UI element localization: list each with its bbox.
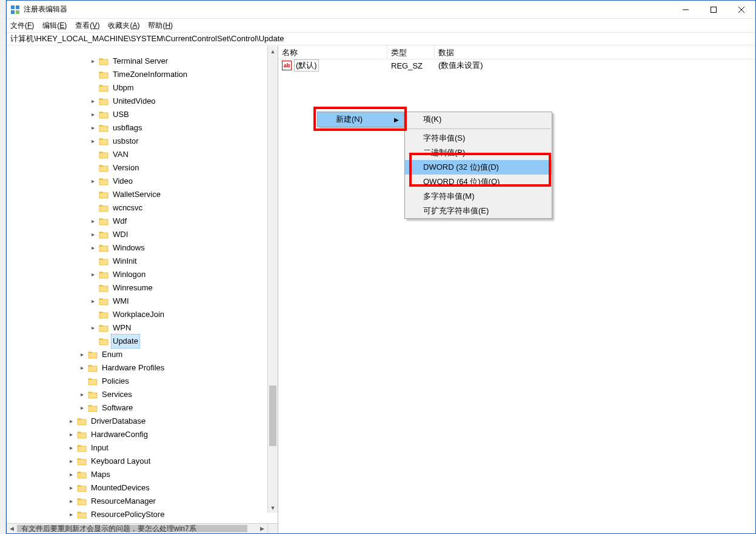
- tree-node[interactable]: ▸UnitedVideo: [31, 95, 278, 108]
- chevron-right-icon[interactable]: ▸: [88, 268, 98, 281]
- tree-node[interactable]: ▸ResourcePolicyStore: [31, 508, 278, 521]
- tree-node[interactable]: ▸Wdf: [31, 215, 278, 228]
- tree-node[interactable]: ▸Services: [31, 388, 278, 401]
- tree-node[interactable]: ▸usbstor: [31, 135, 278, 148]
- folder-icon: [99, 110, 109, 119]
- window-controls: [672, 1, 755, 18]
- column-data[interactable]: 数据: [435, 46, 755, 59]
- tree-node[interactable]: ▸Winresume: [31, 281, 278, 295]
- tree-node[interactable]: ▸Software: [31, 401, 278, 415]
- tree-node[interactable]: ▸HardwareConfig: [31, 428, 278, 441]
- submenu-dword[interactable]: DWORD (32 位)值(D): [405, 160, 552, 175]
- chevron-right-icon[interactable]: ▸: [88, 135, 98, 148]
- folder-icon: [99, 150, 109, 159]
- scrollbar-thumb[interactable]: [269, 385, 276, 446]
- tree-node[interactable]: ▸Keyboard Layout: [31, 455, 278, 468]
- scroll-left-icon[interactable]: ◀: [7, 524, 17, 533]
- scroll-down-icon[interactable]: ▼: [268, 502, 278, 513]
- menu-view[interactable]: 查看(V): [75, 21, 99, 31]
- tree-node[interactable]: ▸WinInit: [31, 255, 278, 268]
- context-menu-new[interactable]: 新建(N) ▶: [318, 112, 404, 127]
- tree-node[interactable]: ▸WorkplaceJoin: [31, 308, 278, 321]
- svg-rect-3: [16, 10, 19, 14]
- chevron-right-icon[interactable]: ▸: [77, 348, 87, 361]
- chevron-right-icon[interactable]: ▸: [66, 508, 76, 521]
- submenu-expandstring[interactable]: 可扩充字符串值(E): [405, 204, 552, 218]
- chevron-right-icon[interactable]: ▸: [66, 428, 76, 441]
- tree-node[interactable]: ▸USB: [31, 108, 278, 121]
- tree-vertical-scrollbar[interactable]: ▲ ▼: [267, 46, 278, 513]
- chevron-right-icon[interactable]: ▸: [66, 455, 76, 468]
- folder-icon: [99, 230, 109, 239]
- chevron-right-icon[interactable]: ▸: [66, 415, 76, 428]
- submenu-multistring[interactable]: 多字符串值(M): [405, 189, 552, 204]
- chevron-right-icon[interactable]: ▸: [88, 55, 98, 68]
- folder-icon: [77, 430, 87, 439]
- tree-node[interactable]: ▸Video: [31, 175, 278, 188]
- chevron-right-icon[interactable]: ▸: [88, 121, 98, 135]
- minimize-button[interactable]: [672, 1, 700, 18]
- tree-node[interactable]: ▸WPN: [31, 321, 278, 335]
- chevron-right-icon[interactable]: ▸: [77, 388, 87, 401]
- chevron-right-icon[interactable]: ▸: [88, 321, 98, 335]
- chevron-right-icon[interactable]: ▸: [88, 95, 98, 108]
- tree-node[interactable]: ▸Windows: [31, 241, 278, 255]
- registry-tree[interactable]: ▸Terminal Server▸TimeZoneInformation▸Ubp…: [7, 55, 278, 521]
- submenu-string[interactable]: 字符串值(S): [405, 131, 552, 145]
- chevron-right-icon[interactable]: ▸: [66, 441, 76, 455]
- tree-node[interactable]: ▸WalletService: [31, 188, 278, 201]
- column-type[interactable]: 类型: [387, 46, 435, 59]
- tree-node-label: WinInit: [111, 254, 139, 269]
- close-button[interactable]: [728, 1, 755, 18]
- tree-node[interactable]: ▸wcncsvc: [31, 201, 278, 215]
- chevron-right-icon[interactable]: ▸: [88, 215, 98, 228]
- values-header: 名称 类型 数据: [278, 46, 755, 59]
- address-bar[interactable]: 计算机\HKEY_LOCAL_MACHINE\SYSTEM\CurrentCon…: [7, 32, 755, 45]
- tree-node[interactable]: ▸WDI: [31, 228, 278, 241]
- submenu-binary[interactable]: 二进制值(B): [405, 145, 552, 160]
- tree-node-label: TimeZoneInformation: [111, 67, 189, 82]
- column-name[interactable]: 名称: [278, 46, 387, 59]
- chevron-right-icon[interactable]: ▸: [88, 228, 98, 241]
- chevron-right-icon[interactable]: ▸: [66, 481, 76, 495]
- tree-node[interactable]: ▸Update: [31, 335, 278, 348]
- tree-node[interactable]: ▸usbflags: [31, 121, 278, 135]
- tree-node[interactable]: ▸Version: [31, 161, 278, 175]
- scroll-right-icon[interactable]: ▶: [257, 524, 267, 533]
- tree-node[interactable]: ▸VAN: [31, 148, 278, 161]
- tree-node[interactable]: ▸Hardware Profiles: [31, 361, 278, 375]
- tree-node[interactable]: ▸Input: [31, 441, 278, 455]
- maximize-button[interactable]: [700, 1, 728, 18]
- chevron-right-icon[interactable]: ▸: [66, 468, 76, 481]
- chevron-right-icon[interactable]: ▸: [66, 495, 76, 508]
- scroll-up-icon[interactable]: ▲: [268, 46, 278, 56]
- tree-node[interactable]: ▸ResourceManager: [31, 495, 278, 508]
- menu-file[interactable]: 文件(F): [10, 21, 34, 31]
- tree-node[interactable]: ▸Policies: [31, 375, 278, 388]
- folder-icon: [99, 270, 109, 279]
- tree-node[interactable]: ▸WMI: [31, 295, 278, 308]
- tree-node[interactable]: ▸Enum: [31, 348, 278, 361]
- tree-node[interactable]: ▸MountedDevices: [31, 481, 278, 495]
- chevron-right-icon[interactable]: ▸: [88, 175, 98, 188]
- tree-node[interactable]: ▸Ubpm: [31, 81, 278, 95]
- chevron-right-icon[interactable]: ▸: [77, 361, 87, 375]
- chevron-right-icon[interactable]: ▸: [88, 295, 98, 308]
- tree-node[interactable]: ▸TimeZoneInformation: [31, 68, 278, 81]
- folder-icon: [99, 217, 109, 225]
- tree-node[interactable]: ▸Maps: [31, 468, 278, 481]
- tree-node[interactable]: ▸DriverDatabase: [31, 415, 278, 428]
- submenu-qword[interactable]: QWORD (64 位)值(Q): [405, 175, 552, 189]
- chevron-right-icon[interactable]: ▸: [88, 108, 98, 121]
- tree-node[interactable]: ▸Winlogon: [31, 268, 278, 281]
- tree-node[interactable]: ▸Terminal Server: [31, 55, 278, 68]
- chevron-right-icon[interactable]: ▸: [88, 241, 98, 255]
- chevron-right-icon[interactable]: ▸: [77, 401, 87, 415]
- menu-favorites[interactable]: 收藏夹(A): [108, 21, 139, 31]
- menu-help[interactable]: 帮助(H): [148, 21, 173, 31]
- submenu-key[interactable]: 项(K): [405, 112, 552, 127]
- folder-icon: [77, 497, 87, 506]
- folder-icon: [99, 57, 109, 65]
- value-row[interactable]: ab (默认) REG_SZ (数值未设置): [278, 59, 755, 72]
- menu-edit[interactable]: 编辑(E): [42, 21, 67, 31]
